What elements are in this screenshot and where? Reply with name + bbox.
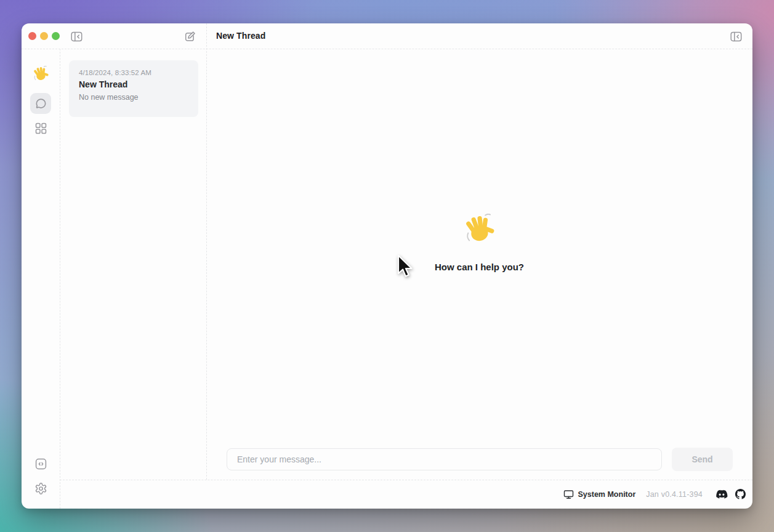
new-thread-button[interactable] (182, 28, 198, 44)
message-input-row: Send (206, 448, 752, 471)
gear-icon (34, 482, 47, 495)
github-link[interactable] (735, 489, 746, 499)
chat-bubble-icon (34, 97, 47, 110)
chat-main-area: How can I help you? Send (206, 49, 752, 480)
close-button[interactable] (28, 32, 36, 40)
app-window: New Thread (22, 23, 752, 509)
left-ribbon (22, 49, 60, 509)
monitor-icon (563, 490, 574, 499)
hub-grid-icon (35, 123, 47, 134)
thread-list-panel: 4/18/2024, 8:33:52 AM New Thread No new … (60, 49, 206, 480)
system-monitor-label: System Monitor (578, 490, 636, 499)
message-input[interactable] (227, 448, 662, 470)
system-monitor-button[interactable]: System Monitor (563, 490, 636, 499)
ribbon-item-threads[interactable] (30, 93, 51, 114)
thread-item-title: New Thread (79, 79, 188, 89)
discord-icon (716, 490, 728, 499)
status-bar: System Monitor Jan v0.4.11-394 (60, 480, 752, 509)
thread-list-item[interactable]: 4/18/2024, 8:33:52 AM New Thread No new … (69, 60, 198, 117)
ribbon-item-settings[interactable] (33, 480, 49, 496)
ribbon-item-local-api[interactable] (33, 456, 49, 472)
discord-link[interactable] (716, 490, 728, 499)
compose-icon (184, 31, 196, 42)
panel-collapse-left-icon (71, 31, 83, 42)
panel-collapse-left-button[interactable] (68, 28, 84, 44)
social-links (716, 489, 746, 499)
window-header: New Thread (22, 23, 752, 49)
traffic-lights (28, 32, 60, 40)
thread-title: New Thread (216, 31, 265, 41)
app-version: Jan v0.4.11-394 (646, 490, 703, 499)
ribbon-item-hub[interactable] (33, 120, 49, 136)
wave-hand-emoji (464, 214, 496, 246)
panel-collapse-right-icon (730, 31, 742, 42)
greeting-text: How can I help you? (435, 262, 524, 272)
panel-collapse-right-button[interactable] (728, 28, 744, 44)
zoom-button[interactable] (52, 32, 60, 40)
empty-state: How can I help you? (206, 214, 752, 272)
local-api-icon (35, 458, 47, 470)
wave-hand-logo (33, 66, 49, 83)
thread-item-subtitle: No new message (79, 93, 188, 102)
github-icon (735, 489, 746, 499)
minimize-button[interactable] (40, 32, 48, 40)
send-button[interactable]: Send (672, 448, 733, 471)
thread-timestamp: 4/18/2024, 8:33:52 AM (79, 69, 188, 76)
